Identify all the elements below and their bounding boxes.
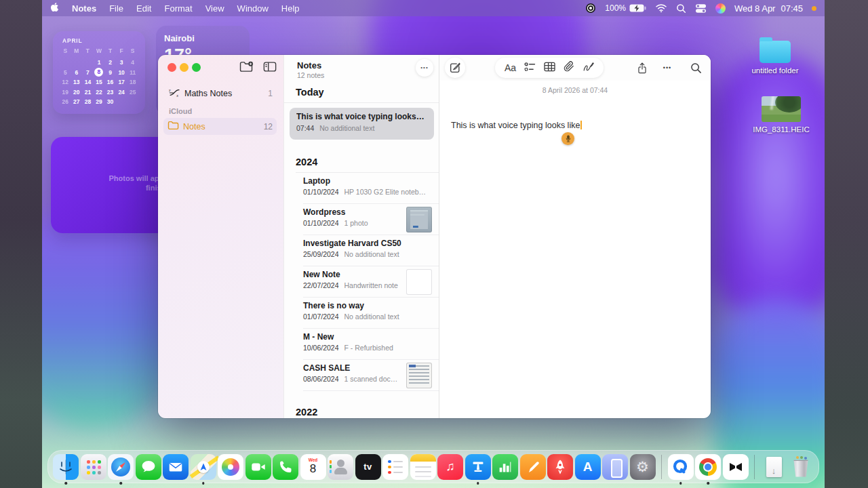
calendar-day: 14 <box>82 77 94 87</box>
calendar-day: 20 <box>71 87 83 97</box>
dock-tv-icon[interactable]: tv <box>355 454 381 480</box>
calendar-days-grid: 1234567891011121314151617181920212223242… <box>60 58 138 106</box>
text-cursor <box>580 121 582 129</box>
dock-contacts-icon[interactable] <box>328 454 353 480</box>
clock[interactable]: Wed 8 Apr 07:45 <box>734 3 803 14</box>
note-date: 25/09/2024 <box>303 250 339 258</box>
calendar-widget[interactable]: APRIL SMTWTFS 12345678910111213141516171… <box>53 31 145 114</box>
format-text-icon[interactable]: Aa <box>505 62 516 73</box>
sidebar-item-maths-notes[interactable]: yx Maths Notes 1 <box>163 85 277 102</box>
menu-item[interactable]: Format <box>164 3 192 14</box>
note-title: Investigate Harvard CS50 <box>303 239 432 248</box>
desktop-icon-untitled-folder[interactable]: untitled folder <box>741 35 809 75</box>
desktop-icon-image-file[interactable]: IMG_8311.HEIC <box>747 96 815 134</box>
calendar-day: 29 <box>94 97 105 106</box>
dock-chrome-icon[interactable] <box>695 454 721 480</box>
dock-downloads-icon[interactable] <box>761 454 787 480</box>
menu-item[interactable]: File <box>109 3 123 14</box>
calendar-day: 1 <box>94 58 105 67</box>
new-note-button[interactable] <box>445 58 465 78</box>
dock-mail-icon[interactable] <box>163 454 189 480</box>
screen-recording-indicator-icon[interactable] <box>585 3 596 14</box>
calendar-month-label: APRIL <box>62 37 138 44</box>
note-body-text[interactable]: This is what voice typing looks like <box>451 121 582 130</box>
menu-item[interactable]: Help <box>281 3 300 14</box>
control-center-icon[interactable] <box>695 3 707 14</box>
dock-safari-icon[interactable] <box>108 454 134 480</box>
attachment-paperclip-icon[interactable] <box>564 61 574 75</box>
note-editor-pane[interactable]: Aa <box>439 55 711 418</box>
checklist-icon[interactable] <box>524 62 536 75</box>
dictation-microphone-icon[interactable] <box>561 132 574 145</box>
dock-finder-icon[interactable] <box>53 454 79 480</box>
dock-keynote-icon[interactable] <box>465 454 491 480</box>
new-folder-icon[interactable] <box>239 61 254 73</box>
dock-quicktime-icon[interactable] <box>668 454 694 480</box>
dock-trash-icon[interactable] <box>788 454 814 480</box>
selected-note-row[interactable]: This is what voice typing looks… 07:44 N… <box>290 108 434 140</box>
close-window-button[interactable] <box>167 63 176 72</box>
list-title: Notes <box>297 60 324 70</box>
battery-status[interactable]: 100% <box>605 3 646 13</box>
list-header: Notes 12 notes <box>297 60 324 79</box>
dock-launchpad-icon[interactable] <box>81 454 106 480</box>
smart-folder-function-icon: yx <box>169 87 180 100</box>
section-header-2022: 2022 <box>296 407 317 418</box>
dock-maps-icon[interactable] <box>191 454 216 480</box>
dock-reminders-icon[interactable] <box>382 454 408 480</box>
note-snippet: F - Refurbished <box>344 344 393 352</box>
dock-settings-icon[interactable] <box>630 454 656 480</box>
dock: Wed 8 tv A <box>47 450 819 483</box>
menu-item[interactable]: Edit <box>136 3 151 14</box>
apple-menu-icon[interactable] <box>50 2 59 14</box>
dock-messages-icon[interactable] <box>136 454 161 480</box>
toggle-sidebar-icon[interactable] <box>263 61 277 73</box>
dock-capcut-icon[interactable] <box>723 454 749 480</box>
calendar-day: 5 <box>60 68 71 77</box>
note-list-item[interactable]: There is no way 01/07/2024 No additional… <box>284 298 439 329</box>
writing-tools-icon[interactable] <box>583 61 594 75</box>
search-note-button[interactable] <box>686 58 706 78</box>
note-list-item[interactable]: Laptop 01/10/2024 HP 1030 G2 Elite noteb… <box>284 173 439 204</box>
dock-calendar-icon[interactable]: Wed 8 <box>300 454 326 480</box>
calendar-day: 17 <box>116 77 127 87</box>
share-button[interactable] <box>632 58 652 78</box>
note-list-item[interactable]: M - New 10/06/2024 F - Refurbished <box>284 329 439 360</box>
dock-music-icon[interactable] <box>437 454 463 480</box>
note-list-item[interactable]: Investigate Harvard CS50 25/09/2024 No a… <box>284 235 439 266</box>
minimize-window-button[interactable] <box>180 63 189 72</box>
dock-phone-icon[interactable] <box>273 454 298 480</box>
color-wheel-menu-icon[interactable] <box>715 3 726 14</box>
calendar-day: 12 <box>60 77 71 87</box>
note-snippet: No additional text <box>344 312 399 321</box>
list-more-options-button[interactable] <box>416 59 433 77</box>
note-title: Laptop <box>303 176 432 186</box>
dock-appstore-icon[interactable]: A <box>575 454 601 480</box>
note-list-item[interactable]: Wordpress 01/10/2024 1 photo <box>284 204 439 235</box>
divider <box>303 390 439 391</box>
note-list-item[interactable]: CASH SALE 08/06/2024 1 scanned doc… <box>284 360 439 391</box>
dock-notes-icon[interactable] <box>410 454 436 480</box>
menu-item[interactable]: View <box>205 3 224 14</box>
wifi-icon[interactable] <box>655 3 667 13</box>
menu-item[interactable]: Notes <box>72 3 96 14</box>
calendar-day: 30 <box>104 97 116 106</box>
sidebar-item-notes-folder[interactable]: Notes 12 <box>163 118 277 135</box>
note-list-item[interactable]: New Note 22/07/2024 Handwritten note <box>284 266 439 298</box>
menu-item[interactable]: Window <box>237 3 269 14</box>
note-rows: Laptop 01/10/2024 HP 1030 G2 Elite noteb… <box>284 173 439 391</box>
dock-facetime-icon[interactable] <box>245 454 271 480</box>
search-icon[interactable] <box>676 3 686 14</box>
more-options-button[interactable] <box>657 58 677 78</box>
calendar-day: 26 <box>60 97 71 106</box>
calendar-day: 18 <box>127 77 138 87</box>
dock-numbers-icon[interactable] <box>492 454 518 480</box>
table-icon[interactable] <box>544 62 555 75</box>
wallpaper-blob <box>713 54 825 325</box>
dock-pages-icon[interactable] <box>520 454 546 480</box>
zoom-window-button[interactable] <box>192 63 201 72</box>
dock-rocket-app-icon[interactable] <box>547 454 573 480</box>
sidebar-section-icloud: iCloud <box>169 107 192 115</box>
dock-iphone-mirroring-icon[interactable] <box>602 454 628 480</box>
dock-photos-icon[interactable] <box>218 454 243 480</box>
